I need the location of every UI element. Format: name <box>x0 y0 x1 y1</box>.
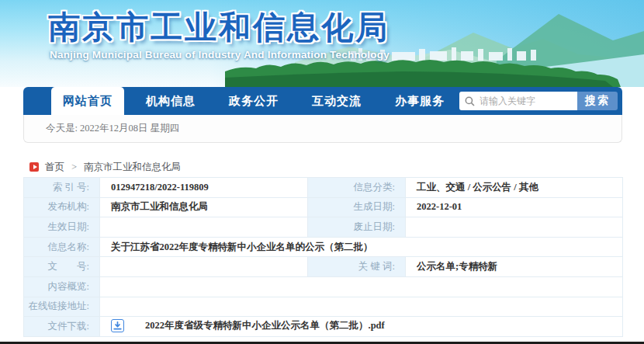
table-row: 发布机构: 南京市工业和信息化局 生成日期: 2022-12-01 <box>24 197 623 217</box>
tab-services[interactable]: 办事服务 <box>383 87 456 115</box>
file-name: 2022年度省级专精特新中小企业公示名单（第二批）.pdf <box>145 319 385 332</box>
field-label-info-title: 信息名称: <box>24 237 100 257</box>
table-row: 索 引 号: 012947218/2022-119809 信息分类: 工业、交通… <box>24 178 623 198</box>
field-label-expiry-date: 废止日期: <box>308 217 406 238</box>
breadcrumb-home-icon <box>29 162 39 172</box>
field-value-effective-date <box>100 217 308 238</box>
field-value-info-category: 工业、交通 / 公示公告 / 其他 <box>406 178 623 198</box>
download-icon <box>111 319 124 332</box>
field-label-publisher: 发布机构: <box>24 197 100 217</box>
field-value-doc-number <box>100 257 308 277</box>
file-download-link[interactable]: 2022年度省级专精特新中小企业公示名单（第二批）.pdf <box>111 319 385 332</box>
tab-gov-disclosure[interactable]: 政务公开 <box>217 87 290 115</box>
field-value-file-download: 2022年度省级专精特新中小企业公示名单（第二批）.pdf <box>100 317 623 337</box>
table-row: 在线链接地址: <box>24 297 623 317</box>
field-value-publisher: 南京市工业和信息化局 <box>100 197 308 217</box>
main-nav: 网站首页 机构信息 政务公开 互动交流 办事服务 搜索 <box>23 87 622 115</box>
tab-home[interactable]: 网站首页 <box>51 87 124 115</box>
table-row: 文 号: 关 键 词: 公示名单;专精特新 <box>24 257 623 277</box>
search-box <box>459 92 577 110</box>
field-value-expiry-date <box>406 217 623 238</box>
search-input[interactable] <box>480 96 571 106</box>
field-label-index-number: 索 引 号: <box>24 178 100 198</box>
date-bar: 今天是: 2022年12月08日 星期四 <box>23 115 622 143</box>
breadcrumb-separator: > <box>71 162 77 173</box>
field-value-keywords: 公示名单;专精特新 <box>406 257 623 277</box>
search-bar: 搜索 <box>459 92 618 110</box>
table-row: 内容概览: <box>24 276 623 297</box>
field-label-doc-number: 文 号: <box>24 257 100 277</box>
site-title: 南京市工业和信息化局 <box>48 6 390 49</box>
table-row: 信息名称: 关于江苏省2022年度专精特新中小企业名单的公示（第二批） <box>24 237 623 257</box>
field-value-info-title: 关于江苏省2022年度专精特新中小企业名单的公示（第二批） <box>100 237 623 257</box>
field-value-create-date: 2022-12-01 <box>406 197 623 217</box>
tab-interaction[interactable]: 互动交流 <box>300 87 373 115</box>
field-label-info-category: 信息分类: <box>308 178 406 198</box>
table-row: 文件下载: 2022年度省级专精特新中小企业公示名单（第二批）.pdf <box>24 317 623 337</box>
table-row: 生效日期: 废止日期: <box>24 217 623 238</box>
field-label-online-link: 在线链接地址: <box>24 297 100 317</box>
breadcrumb-current: 南京市工业和信息化局 <box>84 161 181 174</box>
field-label-keywords: 关 键 词: <box>308 257 406 277</box>
field-label-file-download: 文件下载: <box>24 317 100 337</box>
site-subtitle: Nanjing Municipal Bureau of Industry And… <box>50 49 390 61</box>
today-date-text: 今天是: 2022年12月08日 星期四 <box>46 123 179 134</box>
field-value-content-overview <box>100 276 623 297</box>
breadcrumb-home-link[interactable]: 首页 <box>45 161 64 174</box>
site-header: 南京市工业和信息化局 Nanjing Municipal Bureau of I… <box>0 0 644 87</box>
field-value-index-number: 012947218/2022-119809 <box>100 178 308 198</box>
tab-org-info[interactable]: 机构信息 <box>134 87 207 115</box>
field-label-effective-date: 生效日期: <box>24 217 100 238</box>
breadcrumb: 首页 > 南京市工业和信息化局 <box>29 159 181 175</box>
search-button[interactable]: 搜索 <box>577 92 618 110</box>
document-info-table: 索 引 号: 012947218/2022-119809 信息分类: 工业、交通… <box>23 177 623 337</box>
search-icon <box>465 96 475 106</box>
field-value-online-link <box>100 297 623 317</box>
field-label-content-overview: 内容概览: <box>24 276 100 297</box>
field-label-create-date: 生成日期: <box>308 197 406 217</box>
